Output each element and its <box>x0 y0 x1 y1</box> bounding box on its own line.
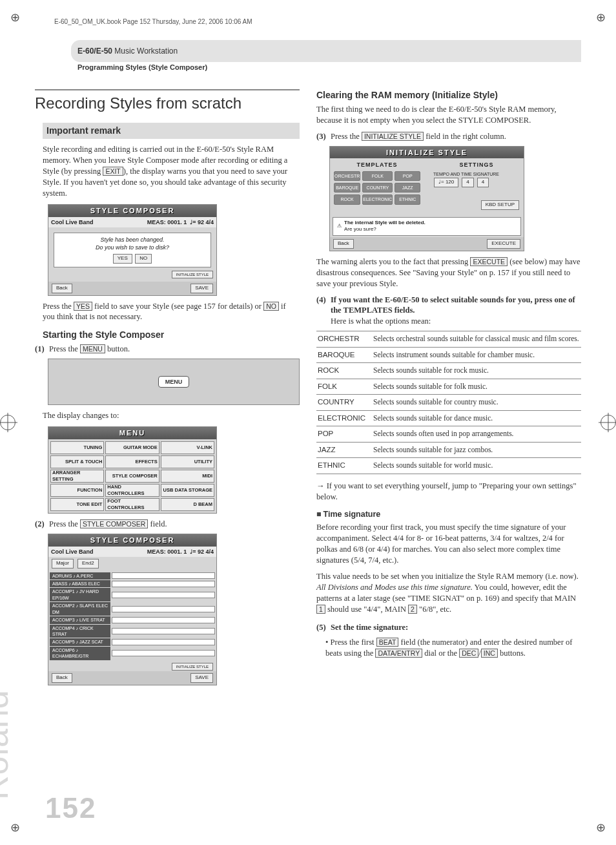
execute-field-label: EXECUTE <box>470 257 508 266</box>
template-button[interactable]: FOLK <box>362 171 393 181</box>
step-number: (1) <box>35 344 49 355</box>
song-name: Cool Live Band <box>51 218 94 226</box>
menu-item[interactable]: MIDI <box>161 470 214 483</box>
mode-field[interactable]: Major <box>52 559 74 569</box>
data-entry-label: DATA/ENTRY <box>375 649 422 658</box>
beat-denominator[interactable]: 4 <box>477 178 489 187</box>
menu-item[interactable]: TUNING <box>50 441 104 454</box>
menu-item[interactable]: USB DATA STORAGE <box>161 484 214 497</box>
table-row: JAZZSelects sounds suitable for jazz com… <box>316 442 581 458</box>
save-button[interactable]: SAVE <box>190 673 213 683</box>
track-label[interactable]: ACCOMP5 ♪ JAZZ SCAT <box>50 638 110 645</box>
book-meta-line: E-60_50_OM_UK.book Page 152 Thursday, Ju… <box>54 18 252 25</box>
execute-button[interactable]: EXECUTE <box>487 239 520 249</box>
crop-mark-icon: ⊕ <box>596 820 606 835</box>
menu-item[interactable]: HAND CONTROLLERS <box>105 484 159 497</box>
back-button[interactable]: Back <box>333 239 354 249</box>
track-label[interactable]: ADRUMS ♪ A.PERC <box>50 572 110 579</box>
track-label[interactable]: ACCOMP1 ♪ JV HARD EP/16W <box>50 588 110 601</box>
page-number: 152 <box>45 792 96 824</box>
tempo-field[interactable]: ♩= 120 <box>434 178 458 187</box>
back-button[interactable]: Back <box>52 673 72 683</box>
screenshot-title: STYLE COMPOSER <box>48 205 216 217</box>
remark-body: Style recording and editing is carried o… <box>43 144 300 198</box>
time-signature-heading: Time signature <box>316 509 581 520</box>
template-button[interactable]: POP <box>395 171 420 181</box>
no-button[interactable]: NO <box>135 254 152 264</box>
templates-table: ORCHESTRSelects orchestral sounds suitab… <box>316 331 581 474</box>
table-row: COUNTRYSelects sounds suitable for count… <box>316 395 581 411</box>
section-title: Recording Styles from scratch <box>35 89 300 114</box>
menu-item[interactable]: V-LINK <box>161 441 214 454</box>
brand-watermark: Roland <box>0 689 15 800</box>
main-2-label: 2 <box>408 605 417 614</box>
template-button[interactable]: ETHNIC <box>395 194 420 204</box>
right-column: Clearing the RAM memory (Initialize Styl… <box>316 89 581 691</box>
table-row: ORCHESTRSelects orchestral sounds suitab… <box>316 331 581 348</box>
menu-item[interactable]: D BEAM <box>161 498 214 511</box>
tsig-paragraph-2: This value needs to be set when you init… <box>316 571 581 615</box>
screenshot-menu: MENU TUNING GUITAR MODE V-LINK SPLIT & T… <box>48 426 217 514</box>
crop-mark-icon: ⊕ <box>10 820 20 835</box>
screenshot-style-composer-save: STYLE COMPOSER Cool Live Band MEAS: 0001… <box>48 204 217 296</box>
initialize-style-button[interactable]: INITIALIZE STYLE <box>172 271 213 278</box>
track-label[interactable]: ACCOMP2 ♪ SLAP/1 ELEC DM <box>50 602 110 616</box>
menu-item[interactable]: TONE EDIT <box>50 498 104 511</box>
step5-bullet: Press the first BEAT field (the numerato… <box>325 637 581 659</box>
screenshot-title: MENU <box>48 427 216 439</box>
step-number: (5) <box>316 622 331 633</box>
save-button[interactable]: SAVE <box>190 284 213 293</box>
beat-numerator[interactable]: 4 <box>462 178 473 187</box>
table-row: POPSelects sounds often used in pop arra… <box>316 426 581 443</box>
template-button[interactable]: COUNTRY <box>362 183 393 193</box>
page-header-bar: E-60/E-50 Music Workstation <box>71 40 581 62</box>
track-label[interactable]: ACCOMP6 ♪ ECHAMBRE/GTR <box>50 647 110 660</box>
product-name: E-60/E-50 <box>77 47 112 56</box>
screenshot-style-composer-tracks: STYLE COMPOSER Cool Live Band MEAS: 0001… <box>48 534 217 685</box>
clear-body-text: The first thing we need to do is clear t… <box>316 104 581 126</box>
menu-item[interactable]: UTILITY <box>161 455 214 468</box>
menu-item[interactable]: EFFECTS <box>105 455 159 468</box>
warning-icon: ⚠ <box>337 223 342 230</box>
yes-button[interactable]: YES <box>113 254 132 264</box>
screenshot-title: INITIALIZE STYLE <box>330 147 524 159</box>
warning-box: ⚠ The internal Style will be deleted.Are… <box>333 217 521 236</box>
initialize-style-field-label: INITIALIZE STYLE <box>362 132 424 141</box>
template-button[interactable]: ELECTRONIC <box>362 194 393 204</box>
settings-heading: SETTINGS <box>433 161 520 169</box>
division-field[interactable]: End2 <box>77 559 99 569</box>
table-row: ROCKSelects sounds suitable for rock mus… <box>316 363 581 379</box>
keyboard-illustration: MENU <box>48 359 300 405</box>
template-button[interactable]: BAROQUE <box>334 183 360 193</box>
crop-mark-icon: ⊕ <box>596 10 606 25</box>
template-button[interactable]: ORCHESTR <box>334 171 360 181</box>
back-button[interactable]: Back <box>52 284 72 293</box>
step-number: (2) <box>35 519 49 530</box>
menu-item[interactable]: GUITAR MODE <box>105 441 159 454</box>
menu-item[interactable]: FOOT CONTROLLERS <box>105 498 159 511</box>
yes-no-instruction: Press the YES field to save your Style (… <box>43 301 300 323</box>
registration-mark-icon <box>601 415 616 430</box>
template-button[interactable]: ROCK <box>334 194 360 204</box>
initialize-style-button[interactable]: INITIALIZE STYLE <box>172 663 213 671</box>
song-name: Cool Live Band <box>51 548 94 556</box>
inc-button-label: INC <box>481 649 498 658</box>
track-label[interactable]: ACCOMP4 ♪ CRICK STRAT <box>50 625 110 638</box>
kbd-setup-button[interactable]: KBD SETUP <box>481 200 519 210</box>
registration-mark-icon <box>0 415 15 430</box>
track-label[interactable]: ACCOMP3 ♪ LIVE STRAT <box>50 616 110 623</box>
crop-mark-icon: ⊕ <box>10 10 20 25</box>
display-changes-text: The display changes to: <box>43 410 300 421</box>
track-label[interactable]: ABASS ♪ ABASS ELEC <box>50 580 110 587</box>
menu-item[interactable]: SPLIT & TOUCH <box>50 455 104 468</box>
starting-composer-heading: Starting the Style Composer <box>43 329 300 341</box>
table-row: BAROQUESelects instrument sounds suitabl… <box>316 347 581 363</box>
menu-item[interactable]: FUNCTION <box>50 484 104 497</box>
dec-button-label: DEC <box>459 649 478 658</box>
step-number: (4) <box>316 295 331 328</box>
menu-item[interactable]: ARRANGER SETTING <box>50 470 104 483</box>
beat-field-label: BEAT <box>376 638 399 647</box>
menu-item[interactable]: STYLE COMPOSER <box>105 470 159 483</box>
no-field-label: NO <box>263 302 279 311</box>
template-button[interactable]: JAZZ <box>395 183 420 193</box>
